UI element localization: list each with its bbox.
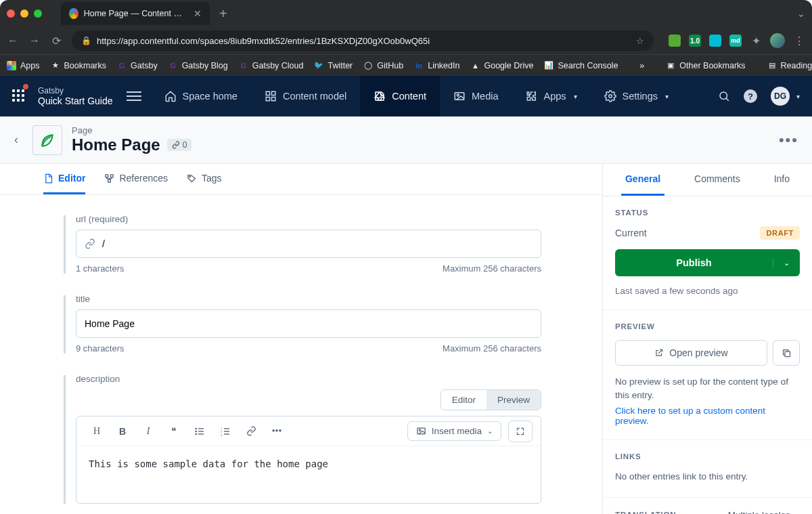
toggle-preview[interactable]: Preview	[487, 390, 541, 410]
extensions-puzzle-icon[interactable]: ✦	[750, 35, 762, 47]
extension-icon[interactable]: md	[729, 35, 742, 47]
tab-tags[interactable]: Tags	[187, 164, 222, 194]
address-bar[interactable]: 🔒 https://app.contentful.com/spaces/8iub…	[72, 30, 654, 51]
more-formatting-button[interactable]: •••	[265, 421, 289, 442]
description-mode-toggle: Editor Preview	[441, 389, 541, 410]
bookmark-item[interactable]: ▲Google Drive	[470, 61, 533, 70]
unordered-list-button[interactable]	[187, 421, 212, 442]
search-icon[interactable]	[718, 90, 730, 102]
rich-text-editor: H B I ❝ 123 ••• Insert media ⌄	[76, 416, 541, 504]
space-selector[interactable]: Gatsby Quick Start Guide	[38, 86, 122, 106]
bookmarks-overflow[interactable]: »	[639, 61, 644, 70]
sidebar-status: STATUS Current DRAFT Publish ⌄ Last save…	[603, 196, 812, 310]
nav-content-model[interactable]: Content model	[251, 76, 360, 116]
nav-apps[interactable]: Apps▾	[512, 76, 591, 116]
extension-icon[interactable]: 1.0	[689, 35, 701, 47]
svg-point-13	[196, 431, 196, 431]
tab-close-icon[interactable]: ✕	[194, 8, 202, 19]
nav-space-home[interactable]: Space home	[151, 76, 251, 116]
svg-rect-9	[111, 175, 114, 177]
content-type-label: Page	[72, 125, 191, 135]
links-message: No other entries link to this entry.	[615, 470, 800, 484]
back-button[interactable]: ‹	[0, 133, 32, 147]
apps-shortcut[interactable]: Apps	[7, 61, 40, 70]
svg-text:3: 3	[221, 433, 223, 437]
svg-point-25	[419, 429, 421, 431]
browser-menu-icon[interactable]: ⋮	[793, 35, 805, 47]
content-type-icon	[32, 125, 62, 155]
bookmark-item[interactable]: GGatsby Blog	[168, 61, 228, 70]
copy-preview-button[interactable]	[773, 340, 800, 366]
tab-overflow-icon[interactable]: ⌄	[797, 8, 805, 19]
ordered-list-button[interactable]: 123	[213, 421, 238, 442]
italic-button[interactable]: I	[136, 421, 160, 442]
sidebar-tab-comments[interactable]: Comments	[690, 164, 744, 196]
heading-button[interactable]: H	[85, 421, 109, 442]
bookmark-item[interactable]: GGatsby Cloud	[239, 61, 304, 70]
title-input-wrapper[interactable]	[76, 309, 541, 338]
user-menu[interactable]: DG ▾	[771, 87, 800, 106]
nav-forward-icon[interactable]: →	[28, 35, 41, 47]
title-input[interactable]	[85, 318, 533, 329]
fullscreen-button[interactable]	[508, 421, 533, 442]
setup-preview-link[interactable]: Click here to set up a custom content pr…	[615, 406, 800, 426]
incoming-links-badge[interactable]: 0	[167, 139, 192, 151]
maximize-window-icon[interactable]	[34, 9, 42, 18]
github-icon: ◯	[363, 61, 373, 70]
nav-media[interactable]: Media	[440, 76, 512, 116]
extension-icon[interactable]	[709, 35, 721, 47]
extension-icon[interactable]	[669, 35, 681, 47]
content-icon	[374, 90, 386, 102]
tab-editor[interactable]: Editor	[43, 164, 85, 194]
nav-content[interactable]: Content	[360, 76, 440, 116]
entry-actions-menu[interactable]: •••	[779, 131, 807, 149]
bookmark-item[interactable]: GGatsby	[117, 61, 158, 70]
gatsby-icon: G	[168, 61, 178, 70]
tab-references[interactable]: References	[104, 164, 168, 194]
svg-point-14	[196, 433, 196, 434]
minimize-window-icon[interactable]	[20, 9, 28, 18]
sidebar-tab-general[interactable]: General	[621, 164, 664, 196]
nav-back-icon[interactable]: ←	[7, 35, 19, 47]
field-title: title 9 characters Maximum 256 character…	[76, 294, 541, 354]
chevron-down-icon[interactable]: ⌄	[773, 259, 800, 267]
nav-settings[interactable]: Settings▾	[591, 76, 682, 116]
bold-button[interactable]: B	[110, 421, 135, 442]
locale-selector[interactable]: Multiple locales ⌄	[728, 510, 800, 514]
menu-toggle-icon[interactable]	[127, 91, 141, 101]
bookmark-item[interactable]: 📊Search Console	[544, 61, 618, 70]
status-badge: DRAFT	[760, 226, 800, 240]
browser-tab[interactable]: Home Page — Content — Quick ✕	[61, 2, 210, 25]
rte-content[interactable]: This is some sample data for the home pa…	[76, 446, 541, 503]
close-window-icon[interactable]	[7, 9, 15, 18]
link-button[interactable]	[239, 421, 263, 442]
url-input-wrapper[interactable]	[76, 230, 541, 258]
profile-avatar-icon[interactable]	[770, 33, 785, 48]
url-input[interactable]	[102, 238, 533, 249]
insert-media-button[interactable]: Insert media ⌄	[407, 421, 501, 441]
svg-point-7	[720, 92, 727, 100]
bookmark-item[interactable]: 🐦Twitter	[314, 61, 353, 70]
bookmark-item[interactable]: ★Bookmarks	[51, 61, 107, 70]
external-link-icon	[654, 348, 664, 358]
bookmark-item[interactable]: inLinkedIn	[414, 61, 459, 70]
sidebar-tab-info[interactable]: Info	[770, 164, 794, 196]
reading-list[interactable]: ▤Reading List	[767, 61, 812, 70]
open-preview-button[interactable]: Open preview	[615, 340, 767, 366]
apps-switcher-button[interactable]	[0, 76, 38, 116]
new-tab-button[interactable]: +	[219, 6, 227, 22]
nav-reload-icon[interactable]: ⟳	[50, 35, 62, 47]
toggle-editor[interactable]: Editor	[441, 390, 487, 410]
chevron-down-icon: ▾	[574, 93, 577, 100]
bookmark-star-icon[interactable]: ☆	[636, 36, 644, 46]
other-bookmarks[interactable]: ▣Other Bookmarks	[666, 61, 745, 70]
apps-grid-icon	[12, 89, 26, 103]
quote-button[interactable]: ❝	[162, 421, 186, 442]
publish-button[interactable]: Publish ⌄	[615, 249, 800, 276]
primary-nav: Space home Content model Content Media A…	[151, 76, 683, 116]
svg-rect-10	[108, 179, 111, 182]
help-icon[interactable]: ?	[744, 89, 757, 103]
sidebar-tabs: General Comments Info	[603, 164, 812, 196]
copy-icon	[782, 348, 792, 358]
bookmark-item[interactable]: ◯GitHub	[363, 61, 403, 70]
